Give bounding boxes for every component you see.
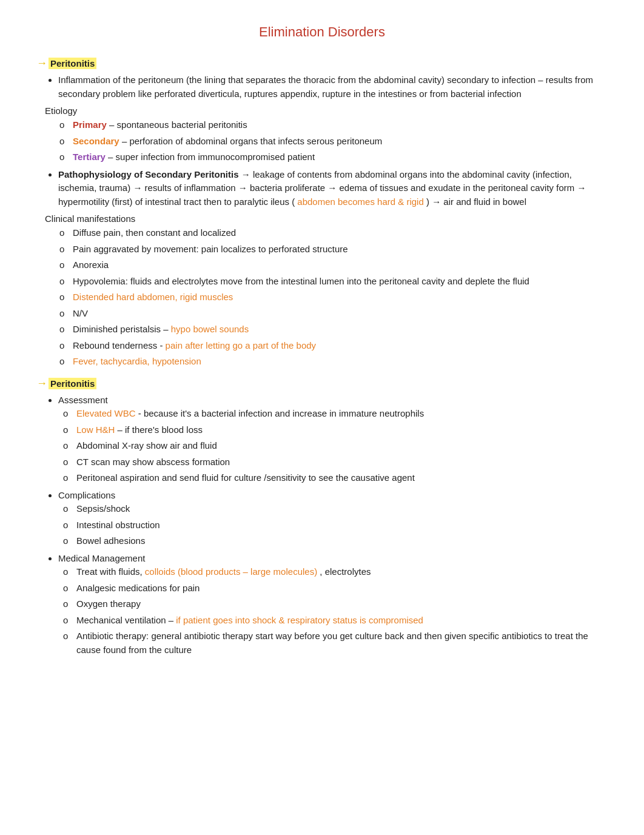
- clinical-text-9: Fever, tachycardia, hypotension: [73, 356, 201, 366]
- medical-label: Medical Management: [58, 553, 145, 563]
- clinical-text-3: Anorexia: [73, 260, 109, 270]
- patho-text-5: hypermotility (first) of intestinal trac…: [58, 196, 295, 207]
- assess-text-2: – if there's blood loss: [118, 424, 203, 435]
- etiology-label: Etiology: [45, 106, 608, 116]
- assess-text-5: Peritoneal aspiration and send fluid for…: [76, 472, 415, 483]
- clinical-text-2: Pain aggravated by movement: pain locali…: [73, 244, 348, 254]
- complications-list: Sepsis/shock Intestinal obstruction Bowe…: [58, 502, 608, 548]
- assessment-label: Assessment: [58, 395, 108, 405]
- peritonitis-header-2: → Peritonitis: [36, 377, 608, 390]
- patho-arrow-6: →: [432, 196, 441, 207]
- patho-arrow-5: →: [577, 183, 586, 193]
- complication-text-2: Intestinal obstruction: [76, 520, 160, 530]
- assessment-item-4: CT scan may show abscess formation: [76, 455, 608, 469]
- medical-item-4: Mechanical ventilation – if patient goes…: [76, 614, 608, 628]
- assessment-item-2: Low H&H – if there's blood loss: [76, 423, 608, 437]
- assess-colored-1: Elevated WBC: [76, 408, 136, 418]
- clinical-label: Clinical manifestations: [45, 213, 608, 224]
- patho-text-2: results of inflammation: [145, 183, 238, 193]
- patho-title: Pathophysiology of Secondary Peritonitis: [58, 169, 239, 179]
- secondary-text: – perforation of abdominal organs that i…: [122, 136, 382, 146]
- complications-label: Complications: [58, 490, 115, 500]
- clinical-text-1: Diffuse pain, then constant and localize…: [73, 227, 236, 238]
- patho-text-3: bacteria proliferate: [250, 183, 327, 193]
- primary-text: – spontaneous bacterial peritonitis: [109, 119, 247, 130]
- complication-item-3: Bowel adhesions: [76, 534, 608, 548]
- complication-text-3: Bowel adhesions: [76, 535, 145, 546]
- secondary-label: Secondary: [73, 136, 119, 146]
- assess-colored-2: Low H&H: [76, 424, 115, 435]
- medical-text-1-before: Treat with fluids,: [76, 566, 145, 577]
- definition-item: Inflammation of the peritoneum (the lini…: [58, 73, 608, 101]
- patho-abdomen: abdomen becomes hard & rigid: [297, 196, 423, 207]
- patho-arrow-1: →: [241, 169, 250, 179]
- arrow-icon-2: →: [36, 377, 47, 390]
- patho-item: Pathophysiology of Secondary Peritonitis…: [58, 168, 608, 209]
- assessment-item-3: Abdominal X-ray show air and fluid: [76, 439, 608, 453]
- peritonitis-section-2: → Peritonitis Assessment Elevated WBC - …: [36, 377, 608, 657]
- medical-text-4-before: Mechanical ventilation –: [76, 615, 176, 625]
- tertiary-text: – super infection from immunocompromised…: [108, 152, 315, 162]
- clinical-list: Diffuse pain, then constant and localize…: [36, 226, 608, 369]
- patho-arrow-3: →: [238, 183, 247, 193]
- clinical-item-8: Rebound tenderness - pain after letting …: [73, 339, 608, 353]
- patho-text-4: edema of tissues and exudate in the peri…: [340, 183, 577, 193]
- medical-text-1-after: , electrolytes: [320, 566, 371, 577]
- clinical-item-3: Anorexia: [73, 258, 608, 272]
- peritonitis-section-1: → Peritonitis Inflammation of the perito…: [36, 57, 608, 369]
- assessment-bullet: Assessment Elevated WBC - because it's a…: [58, 394, 608, 485]
- page-title: Elimination Disorders: [36, 24, 608, 40]
- medical-item-5: Antibiotic therapy: general antibiotic t…: [76, 629, 608, 657]
- clinical-item-5: Distended hard abdomen, rigid muscles: [73, 290, 608, 304]
- medical-colored-1: colloids (blood products – large molecul…: [145, 566, 317, 577]
- definition-list: Inflammation of the peritoneum (the lini…: [36, 73, 608, 101]
- medical-item-1: Treat with fluids, colloids (blood produ…: [76, 565, 608, 579]
- medical-text-3: Oxygen therapy: [76, 599, 141, 609]
- tertiary-label: Tertiary: [73, 152, 106, 162]
- clinical-text-7-before: Diminished peristalsis –: [73, 324, 171, 334]
- clinical-item-6: N/V: [73, 307, 608, 321]
- assessment-item-5: Peritoneal aspiration and send fluid for…: [76, 471, 608, 485]
- clinical-text-7-colored: hypo bowel sounds: [171, 324, 249, 334]
- clinical-text-8-colored: pain after letting go a part of the body: [166, 340, 317, 350]
- assessment-bullet-list: Assessment Elevated WBC - because it's a…: [36, 394, 608, 657]
- complications-bullet: Complications Sepsis/shock Intestinal ob…: [58, 489, 608, 548]
- medical-colored-4: if patient goes into shock & respiratory…: [176, 615, 423, 625]
- clinical-text-5: Distended hard abdomen, rigid muscles: [73, 292, 233, 302]
- clinical-text-6: N/V: [73, 308, 88, 318]
- complication-item-1: Sepsis/shock: [76, 502, 608, 516]
- complication-item-2: Intestinal obstruction: [76, 518, 608, 532]
- assessment-item-1: Elevated WBC - because it's a bacterial …: [76, 407, 608, 421]
- clinical-item-9: Fever, tachycardia, hypotension: [73, 355, 608, 369]
- medical-list: Treat with fluids, colloids (blood produ…: [58, 565, 608, 657]
- patho-arrow-2: →: [133, 183, 142, 193]
- patho-text-6: ): [426, 196, 432, 207]
- peritonitis-title-1: Peritonitis: [49, 58, 96, 69]
- clinical-text-4: Hypovolemia: fluids and electrolytes mov…: [73, 276, 529, 286]
- etiology-list: Primary – spontaneous bacterial peritoni…: [36, 118, 608, 164]
- medical-item-3: Oxygen therapy: [76, 597, 608, 611]
- assess-text-3: Abdominal X-ray show air and fluid: [76, 440, 217, 451]
- complication-text-1: Sepsis/shock: [76, 503, 130, 514]
- clinical-text-8-before: Rebound tenderness -: [73, 340, 166, 350]
- assessment-list: Elevated WBC - because it's a bacterial …: [58, 407, 608, 485]
- medical-text-5: Antibiotic therapy: general antibiotic t…: [76, 631, 588, 655]
- clinical-item-1: Diffuse pain, then constant and localize…: [73, 226, 608, 240]
- patho-text-7: air and fluid in bowel: [443, 196, 526, 207]
- clinical-item-2: Pain aggravated by movement: pain locali…: [73, 243, 608, 257]
- peritonitis-title-2: Peritonitis: [49, 378, 96, 389]
- peritonitis-header-1: → Peritonitis: [36, 57, 608, 70]
- arrow-icon-1: →: [36, 57, 47, 70]
- patho-list: Pathophysiology of Secondary Peritonitis…: [36, 168, 608, 209]
- clinical-item-4: Hypovolemia: fluids and electrolytes mov…: [73, 275, 608, 289]
- primary-label: Primary: [73, 119, 107, 130]
- assess-text-1: - because it's a bacterial infection and…: [138, 408, 424, 418]
- medical-item-2: Analgesic medications for pain: [76, 582, 608, 595]
- etiology-primary: Primary – spontaneous bacterial peritoni…: [73, 118, 608, 132]
- etiology-secondary: Secondary – perforation of abdominal org…: [73, 135, 608, 149]
- etiology-tertiary: Tertiary – super infection from immunoco…: [73, 150, 608, 164]
- medical-text-2: Analgesic medications for pain: [76, 583, 200, 593]
- medical-bullet: Medical Management Treat with fluids, co…: [58, 552, 608, 657]
- assess-text-4: CT scan may show abscess formation: [76, 457, 230, 467]
- clinical-item-7: Diminished peristalsis – hypo bowel soun…: [73, 323, 608, 337]
